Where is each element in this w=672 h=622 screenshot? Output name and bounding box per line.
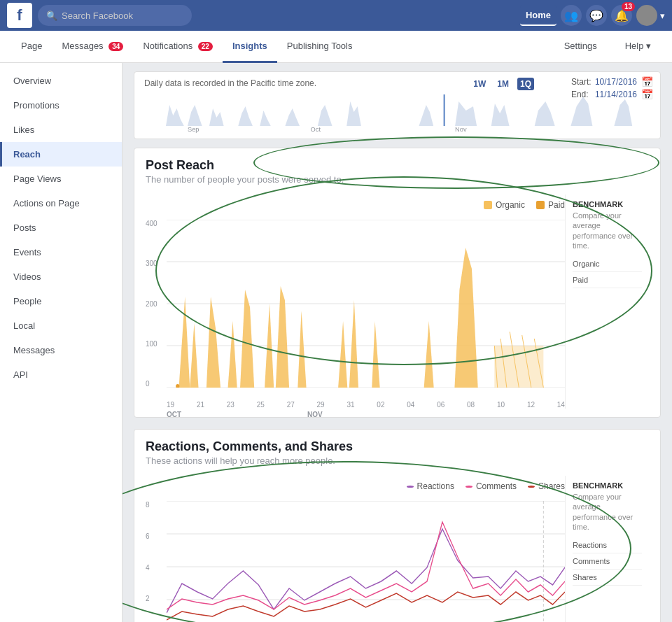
profile-chevron-icon: ▾: [660, 10, 665, 21]
reactions-benchmark-reactions: Reactions: [573, 537, 642, 553]
x-label-21: 21: [197, 401, 204, 409]
x-label-10: 10: [497, 401, 505, 409]
benchmark-organic: Organic: [573, 256, 642, 272]
post-reach-card: Post Reach The number of people your pos…: [134, 148, 661, 418]
tab-insights[interactable]: Insights: [223, 31, 277, 63]
start-date-value: 10/17/2016: [595, 77, 637, 87]
x-label-19: 19: [167, 401, 174, 409]
period-1m[interactable]: 1M: [494, 78, 512, 90]
search-icon: 🔍: [46, 10, 57, 21]
reactions-chart-wrapper: Reactions Comments Shares: [134, 470, 660, 622]
reactions-title: Reactions, Comments, and Shares: [146, 439, 649, 454]
search-bar[interactable]: 🔍: [38, 5, 192, 26]
mini-sparkline-chart: Sep Oct Nov: [144, 91, 650, 133]
legend-reactions-dot: [407, 486, 414, 488]
y-label-400: 400: [146, 220, 165, 227]
svg-marker-3: [166, 105, 184, 126]
legend-paid-dot: [536, 201, 545, 209]
tab-help[interactable]: Help ▾: [615, 31, 661, 63]
facebook-logo: f: [7, 3, 32, 28]
sidebar-item-api[interactable]: API: [0, 362, 122, 387]
sidebar-item-likes[interactable]: Likes: [0, 118, 122, 142]
tab-notifications[interactable]: Notifications 22: [133, 31, 223, 63]
start-calendar-icon[interactable]: 📅: [641, 76, 653, 87]
legend-shares-label: Shares: [538, 481, 565, 491]
notifications-bell-icon[interactable]: 🔔 13: [611, 5, 632, 26]
tab-settings[interactable]: Settings: [554, 31, 607, 63]
x-month-labels: OCT NOV: [167, 411, 565, 418]
sidebar-item-videos[interactable]: Videos: [0, 264, 122, 289]
svg-marker-29: [276, 286, 289, 388]
svg-marker-13: [455, 101, 477, 126]
messenger-icon[interactable]: 💬: [586, 5, 607, 26]
svg-marker-24: [190, 323, 198, 388]
reactions-chart: Reactions Comments Shares: [146, 476, 565, 622]
svg-text:Oct: Oct: [311, 126, 321, 133]
svg-marker-25: [206, 297, 220, 388]
svg-rect-36: [494, 346, 543, 388]
svg-marker-9: [318, 105, 332, 126]
svg-marker-32: [349, 300, 358, 388]
x-label-31: 31: [346, 401, 354, 409]
benchmark-panel-reach: BENCHMARK Compare your average performan…: [565, 195, 649, 409]
post-reach-chart-wrapper: Organic Paid 0 100 200: [134, 189, 660, 417]
legend-comments: Comments: [465, 481, 517, 491]
svg-marker-34: [424, 321, 434, 388]
sidebar-item-messages[interactable]: Messages: [0, 338, 122, 362]
sidebar-item-overview[interactable]: Overview: [0, 69, 122, 93]
benchmark-paid: Paid: [573, 272, 642, 288]
top-navigation: f 🔍 Home 👥 💬 🔔 13 ▾: [0, 0, 672, 31]
sidebar-item-reach[interactable]: Reach: [0, 142, 122, 167]
tab-page[interactable]: Page: [11, 31, 52, 63]
ry-8: 8: [146, 501, 165, 509]
legend-organic-dot: [484, 201, 492, 209]
x-label-04: 04: [407, 401, 414, 409]
x-label-06: 06: [437, 401, 444, 409]
x-axis: 19 21 23 25 27 29 31 02 04 06 08 10: [167, 401, 565, 409]
sidebar-item-people[interactable]: People: [0, 289, 122, 313]
x-label-02: 02: [377, 401, 384, 409]
top-nav-right: Home 👥 💬 🔔 13 ▾: [520, 5, 665, 26]
sidebar-item-events[interactable]: Events: [0, 240, 122, 264]
notification-badge: 13: [622, 2, 635, 11]
svg-marker-14: [491, 104, 510, 126]
legend-organic: Organic: [484, 200, 525, 210]
x-label-25: 25: [257, 401, 265, 409]
svg-marker-12: [419, 105, 433, 126]
legend-comments-dot: [465, 486, 472, 488]
home-button[interactable]: Home: [520, 5, 556, 26]
sidebar-item-posts[interactable]: Posts: [0, 215, 122, 240]
post-reach-chart: Organic Paid 0 100 200: [146, 195, 565, 409]
post-reach-title: Post Reach: [146, 158, 649, 173]
x-label-29: 29: [317, 401, 325, 409]
period-1q[interactable]: 1Q: [517, 78, 534, 90]
search-input[interactable]: [62, 10, 183, 21]
benchmark-desc: Compare your average performance over ti…: [573, 211, 642, 250]
sidebar-item-actions-on-page[interactable]: Actions on Page: [0, 191, 122, 215]
svg-marker-15: [535, 101, 555, 126]
reactions-benchmark-title: BENCHMARK: [573, 481, 642, 490]
reactions-header: Reactions, Comments, and Shares These ac…: [134, 430, 660, 470]
y-label-100: 100: [146, 340, 165, 348]
sidebar-item-page-views[interactable]: Page Views: [0, 167, 122, 191]
sidebar-item-promotions[interactable]: Promotions: [0, 93, 122, 118]
x-label-08: 08: [467, 401, 475, 409]
sidebar-item-local[interactable]: Local: [0, 313, 122, 338]
x-label-14: 14: [557, 401, 565, 409]
profile-area[interactable]: ▾: [636, 5, 665, 26]
svg-text:Sep: Sep: [188, 126, 200, 133]
svg-point-42: [176, 384, 179, 388]
svg-marker-27: [240, 290, 254, 388]
period-1w[interactable]: 1W: [470, 78, 489, 90]
svg-marker-31: [338, 321, 347, 388]
svg-marker-26: [228, 321, 237, 388]
tab-publishing-tools[interactable]: Publishing Tools: [277, 31, 363, 63]
friends-icon[interactable]: 👥: [561, 5, 582, 26]
svg-marker-33: [372, 321, 379, 388]
reactions-benchmark-comments: Comments: [573, 553, 642, 570]
tab-messages[interactable]: Messages 34: [52, 31, 133, 63]
svg-marker-5: [209, 108, 224, 126]
legend-reactions-label: Reactions: [417, 481, 454, 491]
svg-marker-16: [570, 97, 592, 126]
x-month-oct: OCT: [167, 411, 181, 418]
